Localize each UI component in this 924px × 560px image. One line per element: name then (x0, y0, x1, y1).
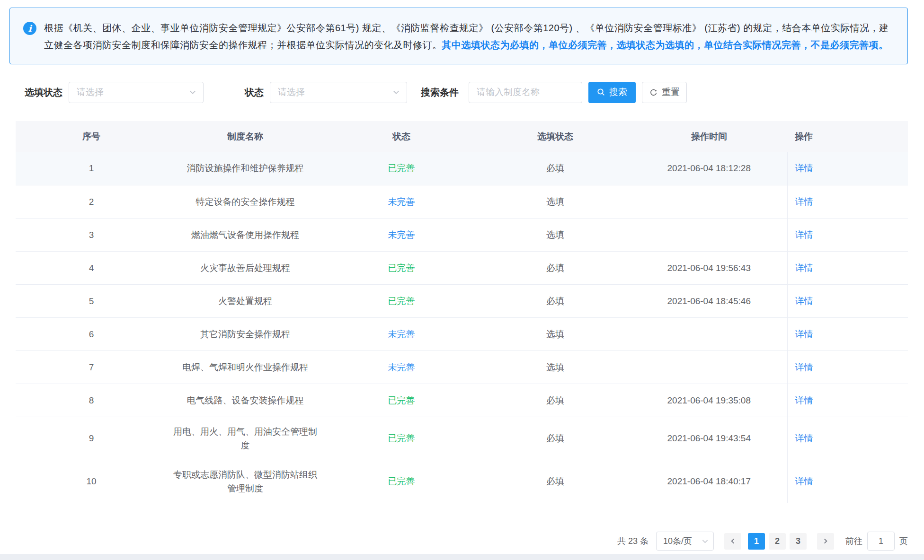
search-button[interactable]: 搜索 (588, 82, 636, 103)
page-button-1[interactable]: 1 (748, 533, 765, 550)
page-size-select[interactable]: 10条/页 (656, 532, 714, 551)
row-index: 1 (89, 163, 94, 173)
page-button-3[interactable]: 3 (790, 533, 807, 550)
status-placeholder: 请选择 (278, 86, 305, 98)
cell-name: 燃油燃气设备使用操作规程 (167, 218, 323, 251)
table-header-row: 序号 制度名称 状态 选填状态 操作时间 操作 (16, 121, 908, 152)
table-row: 2 特定设备的安全操作规程 未完善 选填 详情 (16, 185, 908, 218)
required-text: 选填 (546, 230, 564, 240)
search-button-label: 搜索 (609, 86, 627, 98)
col-header-status: 状态 (323, 121, 480, 152)
search-icon (597, 88, 605, 96)
operate-time: 2021-06-04 18:12:28 (667, 163, 751, 173)
status-text: 未完善 (388, 362, 415, 372)
col-header-time: 操作时间 (631, 121, 787, 152)
goto-page-input[interactable] (867, 532, 895, 551)
cell-status: 已完善 (323, 251, 480, 284)
cell-status: 未完善 (323, 350, 480, 384)
regulation-name: 燃油燃气设备使用操作规程 (191, 230, 299, 240)
cell-index: 5 (16, 284, 167, 317)
chevron-right-icon (822, 538, 829, 544)
regulation-name: 火灾事故善后处理规程 (200, 263, 290, 273)
status-select[interactable]: 请选择 (270, 82, 407, 103)
detail-link[interactable]: 详情 (795, 263, 813, 273)
row-index: 5 (89, 296, 94, 306)
detail-link[interactable]: 详情 (795, 163, 813, 173)
cell-name: 火灾事故善后处理规程 (167, 251, 323, 284)
table-row: 9 用电、用火、用气、用油安全管理制度 已完善 必填 2021-06-04 19… (16, 417, 908, 460)
col-header-required: 选填状态 (480, 121, 631, 152)
banner-text-highlight: 其中选填状态为必填的，单位必须完善，选填状态为选填的，单位结合实际情况完善，不是… (442, 40, 888, 50)
row-index: 2 (89, 197, 94, 207)
operate-time: 2021-06-04 19:35:08 (667, 395, 751, 405)
table-row: 7 电焊、气焊和明火作业操作规程 未完善 选填 详情 (16, 350, 908, 384)
cell-index: 2 (16, 185, 167, 218)
detail-link[interactable]: 详情 (795, 433, 813, 443)
detail-link[interactable]: 详情 (795, 395, 813, 405)
goto-label: 前往 (845, 535, 862, 547)
cell-action: 详情 (787, 218, 908, 251)
detail-link[interactable]: 详情 (795, 230, 813, 240)
row-index: 10 (86, 476, 96, 486)
cell-required: 必填 (480, 152, 631, 185)
cell-index: 4 (16, 251, 167, 284)
page-bottom-strip (0, 554, 924, 560)
cell-required: 选填 (480, 317, 631, 350)
optional-status-select[interactable]: 请选择 (69, 82, 204, 103)
cell-action: 详情 (787, 317, 908, 350)
cell-status: 未完善 (323, 317, 480, 350)
status-text: 已完善 (388, 163, 415, 173)
cell-name: 消防设施操作和维护保养规程 (167, 152, 323, 185)
cell-status: 已完善 (323, 284, 480, 317)
cell-index: 7 (16, 350, 167, 384)
row-index: 7 (89, 362, 94, 372)
cell-status: 未完善 (323, 218, 480, 251)
chevron-down-icon (702, 538, 709, 545)
page: i 根据《机关、团体、企业、事业单位消防安全管理规定》公安部令第61号) 规定、… (0, 0, 924, 551)
banner-text: 根据《机关、团体、企业、事业单位消防安全管理规定》公安部令第61号) 规定、《消… (44, 19, 895, 53)
required-text: 选填 (546, 329, 564, 339)
operate-time: 2021-06-04 19:43:54 (667, 433, 751, 443)
page-button-2[interactable]: 2 (769, 533, 786, 550)
cell-name: 电气线路、设备安装操作规程 (167, 384, 323, 417)
cell-index: 8 (16, 384, 167, 417)
cell-name: 特定设备的安全操作规程 (167, 185, 323, 218)
cell-index: 3 (16, 218, 167, 251)
next-page-button[interactable] (817, 533, 834, 550)
required-text: 选填 (546, 197, 564, 207)
row-index: 6 (89, 329, 94, 339)
cell-status: 已完善 (323, 384, 480, 417)
page-size-value: 10条/页 (663, 535, 692, 547)
table-row: 8 电气线路、设备安装操作规程 已完善 必填 2021-06-04 19:35:… (16, 384, 908, 417)
status-text: 已完善 (388, 433, 415, 443)
regulation-name: 用电、用火、用气、用油安全管理制度 (173, 427, 317, 450)
optional-status-label: 选填状态 (25, 86, 62, 99)
cell-time: 2021-06-04 18:45:46 (631, 284, 787, 317)
cell-name: 火警处置规程 (167, 284, 323, 317)
cell-required: 必填 (480, 251, 631, 284)
required-text: 必填 (546, 476, 564, 486)
cell-name: 用电、用火、用气、用油安全管理制度 (167, 417, 323, 460)
detail-link[interactable]: 详情 (795, 296, 813, 306)
detail-link[interactable]: 详情 (795, 197, 813, 207)
reset-button[interactable]: 重置 (642, 82, 687, 103)
table-row: 5 火警处置规程 已完善 必填 2021-06-04 18:45:46 详情 (16, 284, 908, 317)
cell-action: 详情 (787, 384, 908, 417)
detail-link[interactable]: 详情 (795, 362, 813, 372)
operate-time: 2021-06-04 18:40:17 (667, 476, 751, 486)
search-input[interactable] (469, 82, 582, 103)
cell-required: 必填 (480, 384, 631, 417)
info-icon: i (23, 22, 36, 35)
filter-bar: 选填状态 请选择 状态 请选择 搜索条件 搜索 (25, 81, 908, 103)
detail-link[interactable]: 详情 (795, 476, 813, 486)
regulation-name: 消防设施操作和维护保养规程 (187, 163, 304, 173)
refresh-icon (649, 88, 658, 97)
total-count: 共 23 条 (617, 535, 649, 547)
cell-status: 已完善 (323, 417, 480, 460)
cell-name: 电焊、气焊和明火作业操作规程 (167, 350, 323, 384)
cell-action: 详情 (787, 284, 908, 317)
cell-time (631, 317, 787, 350)
prev-page-button[interactable] (724, 533, 741, 550)
status-text: 已完善 (388, 476, 415, 486)
detail-link[interactable]: 详情 (795, 329, 813, 339)
